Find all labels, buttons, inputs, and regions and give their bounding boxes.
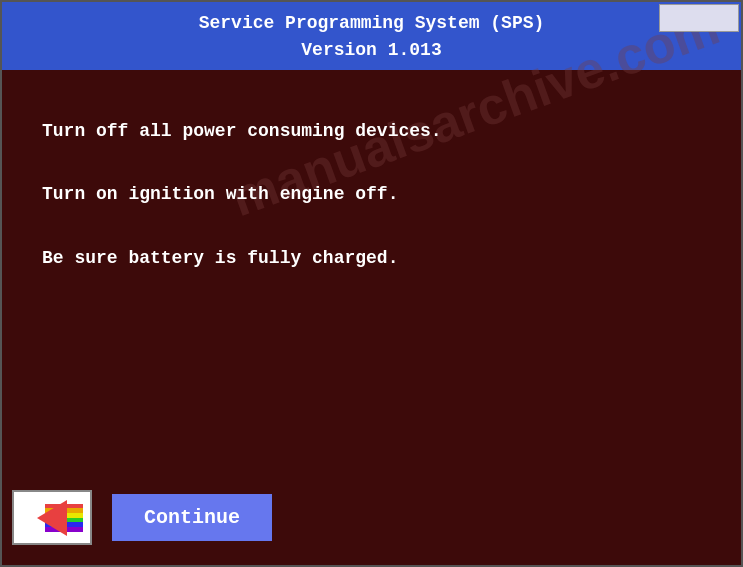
bottom-bar: Continue xyxy=(12,490,731,545)
screen: Service Programming System (SPS) Version… xyxy=(0,0,743,567)
back-button-inner xyxy=(17,495,87,540)
instruction-2: Turn on ignition with engine off. xyxy=(42,183,701,206)
instruction-1: Turn off all power consuming devices. xyxy=(42,120,701,143)
title-line1: Service Programming System (SPS) xyxy=(6,10,737,37)
instruction-3: Be sure battery is fully charged. xyxy=(42,247,701,270)
continue-button[interactable]: Continue xyxy=(112,494,272,541)
back-button[interactable] xyxy=(12,490,92,545)
title-line2: Version 1.013 xyxy=(6,37,737,64)
main-content: Turn off all power consuming devices. Tu… xyxy=(2,70,741,270)
arrow-left-icon xyxy=(37,500,67,536)
title-bar: Service Programming System (SPS) Version… xyxy=(2,2,741,70)
top-right-decoration xyxy=(659,4,739,32)
